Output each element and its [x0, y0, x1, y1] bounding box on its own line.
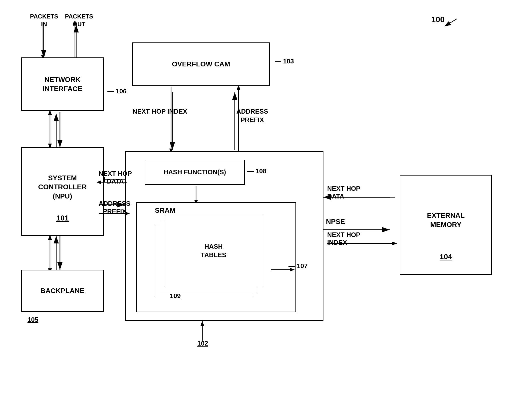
- hash-functions-box: HASH FUNCTION(S): [145, 160, 245, 185]
- system-controller-box: SYSTEMCONTROLLER(NPU) 101: [21, 147, 104, 236]
- external-memory-box: EXTERNALMEMORY 104: [400, 175, 492, 275]
- backplane-box: BACKPLANE: [21, 270, 104, 312]
- npse-right-label: NPSE: [326, 217, 345, 226]
- ref-109: 109: [170, 292, 181, 300]
- sram-label: SRAM: [155, 206, 175, 215]
- ref-108: — 108: [247, 167, 266, 175]
- ref-105: 105: [27, 316, 38, 324]
- overflow-cam-box: OVERFLOW CAM: [132, 42, 270, 86]
- hash-tables-box: HASHTABLES: [165, 215, 262, 287]
- svg-line-19: [445, 19, 457, 26]
- ref-107: — 107: [288, 262, 308, 270]
- ref-103: — 103: [275, 57, 294, 65]
- next-hop-index-top-label: NEXT HOP INDEX: [132, 107, 187, 116]
- network-interface-box: NETWORKINTERFACE: [21, 57, 104, 111]
- ref-106: — 106: [107, 87, 127, 95]
- address-prefix-top-label: ADDRESS PREFIX: [225, 107, 280, 124]
- diagram: 100 PACKETSIN PACKETSOUT NETWOR: [0, 0, 532, 395]
